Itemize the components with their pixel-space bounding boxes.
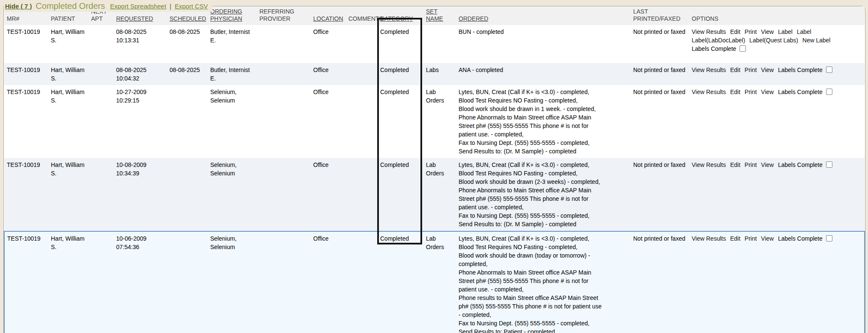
print-link[interactable]: Print [745, 88, 757, 96]
location-cell: Office [311, 63, 346, 85]
ordering-physician-cell: Selenium, Selenium [208, 85, 257, 158]
next-apt-cell [89, 85, 114, 158]
mr-cell: TEST-10019 [4, 63, 48, 85]
set-name-cell: Labs [423, 63, 456, 85]
order-row-5-selected: TEST-10019 Hart, William S. 10-06-2009 0… [4, 231, 865, 333]
labels-complete-checkbox[interactable] [826, 235, 832, 241]
mr-cell: TEST-10019 [4, 231, 48, 333]
location-cell: Office [311, 158, 346, 231]
print-link[interactable]: Print [745, 28, 757, 36]
referring-provider-cell [257, 231, 311, 333]
edit-link[interactable]: Edit [730, 161, 740, 169]
edit-link[interactable]: Edit [730, 88, 740, 96]
sort-ordered-link[interactable]: ORDERED [459, 15, 488, 22]
category-cell: Completed [378, 158, 423, 231]
ordered-cell: Lytes, BUN, Creat (Call if K+ is <3.0) -… [456, 158, 631, 231]
patient-cell: Hart, William S. [48, 158, 89, 231]
comments-cell [346, 25, 378, 63]
view-results-link[interactable]: View Results [692, 28, 726, 36]
mr-cell: TEST-10019 [4, 85, 48, 158]
view-link[interactable]: View [761, 28, 774, 36]
export-spreadsheet-link[interactable]: Export Spreadsheet [110, 3, 167, 10]
label-link[interactable]: Label [778, 28, 793, 36]
sort-ordering-physician-link[interactable]: ORDERING [210, 8, 242, 15]
labels-complete-label: Labels Complete [778, 161, 823, 169]
view-results-link[interactable]: View Results [692, 66, 726, 74]
view-results-link[interactable]: View Results [692, 161, 726, 169]
last-printed-faxed-cell: Not printed or faxed [631, 63, 689, 85]
labels-complete-checkbox[interactable] [740, 45, 746, 52]
view-results-link[interactable]: View Results [692, 88, 726, 96]
last-printed-faxed-cell: Not printed or faxed [631, 25, 689, 63]
last-printed-faxed-cell: Not printed or faxed [631, 85, 689, 158]
completed-orders-panel: MR# PATIENT NEXTAPT REQUESTED SCHEDULED … [3, 6, 865, 333]
set-name-cell: Lab Orders [423, 231, 456, 333]
patient-cell: Hart, William S. [48, 231, 89, 333]
options-cell: View ResultsEditPrintViewLabels Complete [689, 63, 865, 85]
labels-complete-checkbox[interactable] [826, 161, 832, 168]
label-link[interactable]: Label [797, 28, 811, 36]
requested-cell: 10-27-2009 10:29:15 [114, 85, 167, 158]
comments-cell [346, 231, 378, 333]
patient-cell: Hart, William S. [48, 25, 89, 63]
label-labdoclabel-link[interactable]: Label(LabDocLabel) [692, 36, 745, 44]
next-apt-cell [89, 231, 114, 333]
edit-link[interactable]: Edit [730, 28, 740, 36]
category-cell: Completed [378, 63, 423, 85]
labels-complete-label: Labels Complete [778, 234, 823, 243]
category-cell: Completed [378, 231, 423, 333]
sort-ordering-physician-link[interactable]: PHYSICIAN [210, 15, 242, 22]
sort-category-link[interactable]: CATEGORY [380, 15, 413, 22]
sort-requested-link[interactable]: REQUESTED [116, 15, 153, 22]
col-header-comments: COMMENTS [346, 6, 378, 25]
view-link[interactable]: View [761, 88, 774, 96]
last-printed-faxed-cell: Not printed or faxed [631, 231, 689, 333]
label-quest-labs-link[interactable]: Label(Quest Labs) [749, 36, 798, 44]
view-link[interactable]: View [761, 66, 774, 74]
print-link[interactable]: Print [745, 234, 757, 243]
labels-complete-label: Labels Complete [778, 66, 823, 74]
labels-complete-checkbox[interactable] [826, 67, 832, 73]
options-cell: View ResultsEditPrintViewLabels Complete [689, 158, 865, 231]
ordered-cell: ANA - completed [456, 63, 631, 85]
order-row-2: TEST-10019 Hart, William S. 08-08-2025 1… [4, 63, 865, 85]
ordering-physician-cell: Butler, Internist E. [208, 25, 257, 63]
view-results-link[interactable]: View Results [692, 234, 726, 243]
order-row-1: TEST-10019 Hart, William S. 08-08-2025 1… [4, 25, 865, 63]
labels-complete-label: Labels Complete [778, 88, 823, 96]
col-header-ordering-physician: ORDERINGPHYSICIAN [208, 6, 257, 25]
scheduled-cell [167, 231, 208, 333]
requested-cell: 08-08-2025 10:04:32 [114, 63, 167, 85]
options-cell: View ResultsEditPrintViewLabels Complete [689, 85, 865, 158]
export-csv-link[interactable]: Export CSV [175, 3, 208, 10]
legend-separator: | [170, 3, 171, 10]
view-link[interactable]: View [761, 161, 774, 169]
location-cell: Office [311, 25, 346, 63]
location-cell: Office [311, 231, 346, 333]
set-name-cell: Lab Orders [423, 85, 456, 158]
edit-link[interactable]: Edit [730, 234, 740, 243]
set-name-cell: Lab Orders [423, 158, 456, 231]
print-link[interactable]: Print [745, 66, 757, 74]
completed-orders-legend: Hide ( 7 ) Completed Orders Export Sprea… [4, 0, 212, 12]
comments-cell [346, 158, 378, 231]
location-cell: Office [311, 85, 346, 158]
col-header-category: CATEGORY [378, 6, 423, 25]
labels-complete-checkbox[interactable] [826, 89, 832, 95]
sort-scheduled-link[interactable]: SCHEDULED [170, 15, 206, 22]
edit-link[interactable]: Edit [730, 66, 740, 74]
scheduled-cell [167, 85, 208, 158]
sort-location-link[interactable]: LOCATION [313, 15, 343, 22]
sort-set-name-link[interactable]: NAME [426, 15, 443, 22]
ordering-physician-cell: Selenium, Selenium [208, 158, 257, 231]
view-link[interactable]: View [761, 234, 774, 243]
hide-link[interactable]: Hide ( 7 ) [5, 3, 32, 10]
referring-provider-cell [257, 85, 311, 158]
sort-set-name-link[interactable]: SET [426, 8, 437, 15]
referring-provider-cell [257, 25, 311, 63]
patient-cell: Hart, William S. [48, 85, 89, 158]
new-label-link[interactable]: New Label [802, 36, 830, 44]
scheduled-cell [167, 158, 208, 231]
print-link[interactable]: Print [745, 161, 757, 169]
next-apt-cell [89, 63, 114, 85]
